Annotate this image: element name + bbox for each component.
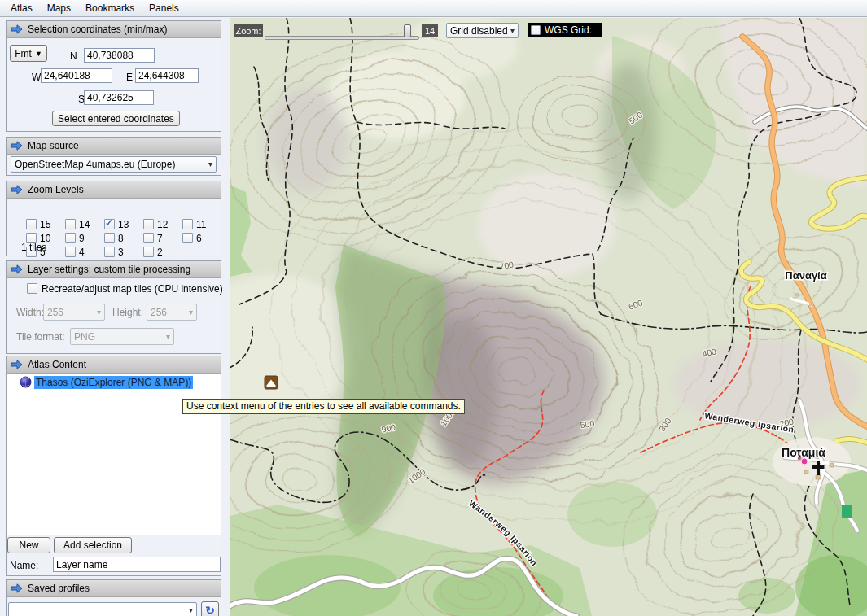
panel-saved-profiles: Saved profiles ↻ bbox=[6, 579, 221, 616]
panel-layer-settings: Layer settings: custom tile processing R… bbox=[6, 260, 221, 354]
tree-item-label: Thasos (OziExplorer (PNG & MAP)) bbox=[34, 376, 193, 389]
fmt-label: Fmt bbox=[15, 48, 32, 59]
svg-text:500: 500 bbox=[580, 418, 595, 430]
zoom-level-12-checkbox[interactable] bbox=[143, 219, 154, 229]
panel-atlas-content-header: Atlas Content bbox=[7, 356, 221, 374]
place-label-panagia: Παναγία bbox=[785, 269, 826, 282]
width-label: Width: bbox=[16, 307, 44, 318]
zoom-level-2-checkbox[interactable] bbox=[143, 247, 154, 257]
north-coordinate-field[interactable] bbox=[84, 48, 155, 63]
zoom-level-label: 11 bbox=[196, 219, 206, 230]
add-selection-button[interactable]: Add selection bbox=[54, 537, 132, 553]
layer-name-input[interactable] bbox=[53, 557, 221, 572]
zoom-level-13-checkbox[interactable] bbox=[104, 219, 115, 229]
tree-item-atlas[interactable]: Thasos (OziExplorer (PNG & MAP)) bbox=[8, 375, 193, 389]
chevron-down-icon: ▼ bbox=[35, 50, 42, 58]
grid-mode-select[interactable]: Grid disabled bbox=[446, 23, 519, 38]
saved-profiles-select[interactable] bbox=[8, 602, 197, 616]
zoom-level-label: 4 bbox=[79, 247, 85, 258]
panel-title: Saved profiles bbox=[28, 583, 90, 594]
tile-count-text: 1 tiles bbox=[21, 242, 46, 253]
panel-title: Selection coordinates (min/max) bbox=[28, 24, 167, 35]
panel-zoom-levels: Zoom Levels 15 14 13 12 11 10 9 8 7 6 5 … bbox=[6, 181, 221, 256]
wgs-grid-label: WGS Grid: bbox=[545, 24, 592, 36]
park-area bbox=[842, 505, 852, 518]
zoom-level-label: 8 bbox=[118, 233, 124, 244]
grid-mode-value: Grid disabled bbox=[450, 25, 508, 37]
zoom-level-label: 12 bbox=[157, 219, 168, 230]
zoom-level-7-checkbox[interactable] bbox=[143, 233, 154, 243]
zoom-level-label: 3 bbox=[118, 247, 124, 258]
application-window: { "menu": {"items": ["Atlas", "Maps", "B… bbox=[0, 0, 867, 616]
zoom-level-8-checkbox[interactable] bbox=[104, 233, 115, 243]
tree-branch-line bbox=[8, 382, 19, 382]
zoom-level-14-checkbox[interactable] bbox=[65, 219, 76, 229]
panel-title: Atlas Content bbox=[28, 359, 86, 370]
panel-arrow-icon bbox=[11, 264, 23, 274]
zoom-level-15-checkbox[interactable] bbox=[26, 219, 37, 229]
panel-selection-header: Selection coordinates (min/max) bbox=[7, 21, 221, 38]
refresh-icon: ↻ bbox=[205, 604, 215, 616]
panel-arrow-icon bbox=[11, 141, 23, 151]
zoom-level-label: 7 bbox=[157, 233, 163, 244]
select-entered-coordinates-button[interactable]: Select entered coordinates bbox=[52, 111, 180, 126]
wgs-grid-checkbox[interactable] bbox=[531, 25, 541, 35]
recreate-tiles-checkbox[interactable] bbox=[27, 283, 37, 294]
panel-atlas-content: Atlas Content Thasos (OziExplorer (PNG &… bbox=[6, 356, 221, 576]
zoom-slider-thumb[interactable] bbox=[404, 24, 411, 37]
zoom-level-label: 13 bbox=[118, 219, 129, 230]
east-label: E bbox=[126, 72, 133, 83]
south-coordinate-field[interactable] bbox=[84, 90, 154, 105]
west-coordinate-field[interactable] bbox=[41, 68, 112, 83]
menu-bookmarks[interactable]: Bookmarks bbox=[78, 1, 142, 15]
alpine-hut-icon bbox=[265, 376, 278, 389]
tile-width-select[interactable]: 256 bbox=[43, 304, 105, 321]
zoom-level-grid: 15 14 13 12 11 10 9 8 7 6 5 4 3 2 bbox=[26, 219, 221, 258]
atlas-content-tree[interactable]: Thasos (OziExplorer (PNG & MAP)) bbox=[7, 374, 221, 535]
zoom-value-badge: 14 bbox=[422, 24, 438, 37]
zoom-level-3-checkbox[interactable] bbox=[104, 247, 115, 257]
reload-profiles-button[interactable]: ↻ bbox=[201, 601, 219, 616]
tile-format-label: Tile format: bbox=[16, 331, 65, 343]
panel-title: Map source bbox=[28, 140, 79, 151]
zoom-slider-label: Zoom: bbox=[234, 24, 263, 37]
zoom-level-4-checkbox[interactable] bbox=[65, 247, 76, 257]
menu-maps[interactable]: Maps bbox=[40, 1, 78, 15]
topographic-map: 500 700 600 400 500 300 900 1000 1000 20… bbox=[230, 18, 867, 616]
menu-panels[interactable]: Panels bbox=[142, 1, 186, 15]
west-label: W bbox=[32, 72, 41, 83]
zoom-level-label: 14 bbox=[79, 219, 90, 230]
tile-format-value: PNG bbox=[74, 331, 95, 343]
zoom-slider-track[interactable] bbox=[265, 36, 419, 40]
tile-width-value: 256 bbox=[47, 307, 63, 318]
zoom-level-label: 6 bbox=[196, 233, 202, 244]
height-label: Height: bbox=[112, 307, 143, 318]
panel-arrow-icon bbox=[11, 24, 23, 34]
panel-layer-settings-header: Layer settings: custom tile processing bbox=[7, 261, 221, 278]
tile-format-select[interactable]: PNG bbox=[70, 328, 174, 345]
menu-atlas[interactable]: Atlas bbox=[3, 1, 40, 15]
zoom-level-6-checkbox[interactable] bbox=[182, 233, 193, 243]
menu-bar: Atlas Maps Bookmarks Panels bbox=[0, 0, 867, 17]
panel-arrow-icon bbox=[11, 185, 23, 194]
tile-height-value: 256 bbox=[151, 307, 167, 318]
place-label-potamia: Ποταμιά bbox=[782, 446, 825, 459]
zoom-level-label: 2 bbox=[157, 247, 163, 258]
zoom-level-9-checkbox[interactable] bbox=[65, 233, 76, 243]
tooltip: Use context menu of the entries to see a… bbox=[182, 399, 465, 414]
zoom-level-label: 9 bbox=[79, 233, 85, 244]
east-coordinate-field[interactable] bbox=[135, 68, 199, 83]
panel-map-source-header: Map source bbox=[7, 138, 221, 155]
wgs-grid-control: WGS Grid: bbox=[528, 23, 602, 37]
layer-name-label: Name: bbox=[10, 560, 38, 571]
map-viewport[interactable]: 500 700 600 400 500 300 900 1000 1000 20… bbox=[230, 18, 867, 616]
sidebar: Selection coordinates (min/max) Fmt ▼ N … bbox=[0, 17, 230, 616]
tile-height-select[interactable]: 256 bbox=[147, 304, 197, 321]
panel-saved-profiles-header: Saved profiles bbox=[7, 580, 221, 597]
panel-title: Layer settings: custom tile processing bbox=[28, 264, 190, 275]
panel-arrow-icon bbox=[11, 583, 23, 593]
new-layer-button[interactable]: New bbox=[7, 537, 50, 553]
zoom-level-11-checkbox[interactable] bbox=[182, 219, 193, 229]
fmt-dropdown-button[interactable]: Fmt ▼ bbox=[10, 45, 47, 62]
map-source-select[interactable]: OpenStreetMap 4umaps.eu (Europe) bbox=[11, 156, 217, 173]
